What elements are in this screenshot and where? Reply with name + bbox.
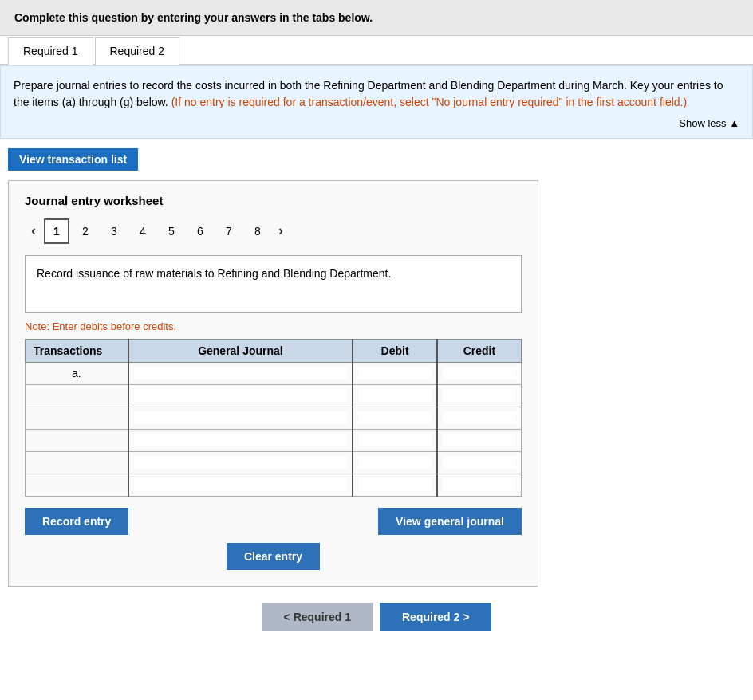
row6-debit-input[interactable] [358, 478, 432, 491]
view-general-journal-button[interactable]: View general journal [378, 508, 522, 535]
journal-table: Transactions General Journal Debit Credi… [25, 339, 522, 497]
row2-debit[interactable] [353, 384, 437, 407]
note-text: Note: Enter debits before credits. [25, 321, 522, 332]
page-2[interactable]: 2 [73, 218, 98, 244]
top-instruction-bar: Complete this question by entering your … [0, 0, 753, 36]
tab-required2[interactable]: Required 2 [95, 37, 180, 65]
header-debit: Debit [353, 339, 437, 362]
row5-credit-input[interactable] [443, 456, 516, 469]
view-transaction-button[interactable]: View transaction list [8, 148, 138, 171]
required1-nav-button[interactable]: Required 1 [262, 603, 373, 631]
page-5[interactable]: 5 [159, 218, 184, 244]
row6-general-journal[interactable] [128, 474, 353, 496]
row1-transactions: a. [26, 362, 128, 384]
row5-transactions [26, 451, 128, 474]
page-3[interactable]: 3 [101, 218, 127, 244]
page-1[interactable]: 1 [44, 218, 69, 244]
row4-credit-input[interactable] [443, 434, 516, 446]
row3-credit[interactable] [437, 407, 522, 429]
tab-required1[interactable]: Required 1 [8, 37, 93, 65]
row4-debit[interactable] [353, 429, 437, 451]
entry-description-text: Record issuance of raw materials to Refi… [37, 267, 391, 280]
record-entry-button[interactable]: Record entry [25, 508, 128, 535]
entry-description-box: Record issuance of raw materials to Refi… [25, 255, 522, 313]
header-transactions: Transactions [26, 339, 128, 362]
row3-debit[interactable] [353, 407, 437, 429]
row4-debit-input[interactable] [358, 434, 432, 446]
row6-transactions [26, 474, 128, 496]
row3-transactions [26, 407, 128, 429]
table-row [26, 429, 522, 451]
pagination-row: ‹ 1 2 3 4 5 6 7 8 › [25, 218, 522, 244]
page-8[interactable]: 8 [245, 218, 270, 244]
page-6[interactable]: 6 [187, 218, 213, 244]
row4-credit[interactable] [437, 429, 522, 451]
table-row [26, 407, 522, 429]
row5-credit[interactable] [437, 451, 522, 474]
row2-transactions [26, 384, 128, 407]
action-buttons-row: Record entry View general journal [25, 508, 522, 535]
row4-general-journal[interactable] [128, 429, 353, 451]
row2-general-journal[interactable] [128, 384, 353, 407]
row5-general-journal[interactable] [128, 451, 353, 474]
row2-credit[interactable] [437, 384, 522, 407]
page-4[interactable]: 4 [130, 218, 156, 244]
prev-page-button[interactable]: ‹ [25, 221, 42, 241]
page-7[interactable]: 7 [216, 218, 242, 244]
bottom-nav: Required 1 Required 2 [8, 603, 745, 631]
show-less-link[interactable]: Show less [14, 116, 739, 132]
clear-entry-button[interactable]: Clear entry [227, 543, 320, 570]
tabs-row: Required 1 Required 2 [0, 36, 753, 65]
row2-credit-input[interactable] [443, 389, 516, 402]
row1-debit[interactable] [353, 362, 437, 384]
worksheet-container: Journal entry worksheet ‹ 1 2 3 4 5 6 7 … [8, 180, 538, 587]
header-general-journal: General Journal [128, 339, 353, 362]
header-credit: Credit [437, 339, 522, 362]
row6-credit-input[interactable] [443, 478, 516, 491]
worksheet-title: Journal entry worksheet [25, 194, 522, 207]
row2-general-journal-input[interactable] [134, 389, 348, 402]
row1-general-journal-input[interactable] [134, 367, 348, 379]
main-content: View transaction list Journal entry work… [0, 139, 753, 631]
description-box: Prepare journal entries to record the co… [0, 65, 753, 139]
row5-general-journal-input[interactable] [134, 456, 348, 469]
table-row [26, 474, 522, 496]
row3-general-journal[interactable] [128, 407, 353, 429]
table-row [26, 451, 522, 474]
next-page-button[interactable]: › [272, 221, 290, 241]
required2-nav-button[interactable]: Required 2 [380, 603, 491, 631]
table-row [26, 384, 522, 407]
row4-general-journal-input[interactable] [134, 434, 348, 446]
clear-entry-row: Clear entry [25, 543, 522, 570]
row6-debit[interactable] [353, 474, 437, 496]
row3-debit-input[interactable] [358, 411, 432, 424]
row2-debit-input[interactable] [358, 389, 432, 402]
row4-transactions [26, 429, 128, 451]
row3-credit-input[interactable] [443, 411, 516, 424]
row1-debit-input[interactable] [358, 367, 432, 379]
row3-general-journal-input[interactable] [134, 411, 348, 424]
row5-debit-input[interactable] [358, 456, 432, 469]
description-orange: (If no entry is required for a transacti… [171, 96, 687, 108]
instruction-text: Complete this question by entering your … [14, 11, 373, 24]
row1-credit[interactable] [437, 362, 522, 384]
row1-credit-input[interactable] [443, 367, 516, 379]
table-row: a. [26, 362, 522, 384]
row5-debit[interactable] [353, 451, 437, 474]
row6-general-journal-input[interactable] [134, 478, 348, 491]
row1-general-journal[interactable] [128, 362, 353, 384]
row6-credit[interactable] [437, 474, 522, 496]
